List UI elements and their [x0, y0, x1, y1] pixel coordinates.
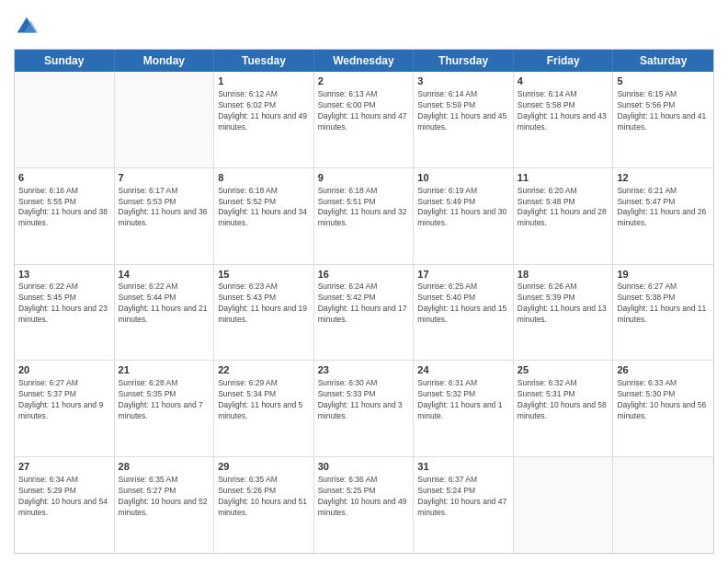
- day-number: 31: [417, 460, 509, 474]
- day-info: Sunrise: 6:27 AM Sunset: 5:37 PM Dayligh…: [18, 378, 110, 422]
- day-info: Sunrise: 6:16 AM Sunset: 5:55 PM Dayligh…: [18, 186, 110, 230]
- day-info: Sunrise: 6:31 AM Sunset: 5:32 PM Dayligh…: [417, 378, 509, 422]
- header-day-tuesday: Tuesday: [214, 50, 314, 72]
- day-number: 2: [318, 75, 410, 88]
- day-number: 3: [417, 75, 509, 88]
- calendar-cell: 7Sunrise: 6:17 AM Sunset: 5:53 PM Daylig…: [115, 168, 215, 264]
- day-number: 22: [218, 363, 310, 377]
- calendar-cell: 25Sunrise: 6:32 AM Sunset: 5:31 PM Dayli…: [514, 361, 614, 456]
- day-info: Sunrise: 6:32 AM Sunset: 5:31 PM Dayligh…: [518, 378, 609, 422]
- day-number: 20: [18, 363, 110, 377]
- day-info: Sunrise: 6:14 AM Sunset: 5:59 PM Dayligh…: [417, 89, 509, 133]
- header-day-sunday: Sunday: [15, 50, 115, 72]
- calendar-cell: 27Sunrise: 6:34 AM Sunset: 5:29 PM Dayli…: [15, 457, 115, 553]
- calendar-cell: 11Sunrise: 6:20 AM Sunset: 5:48 PM Dayli…: [514, 168, 614, 264]
- header-day-wednesday: Wednesday: [314, 50, 415, 72]
- day-info: Sunrise: 6:17 AM Sunset: 5:53 PM Dayligh…: [119, 186, 210, 230]
- day-info: Sunrise: 6:21 AM Sunset: 5:47 PM Dayligh…: [617, 186, 710, 230]
- day-info: Sunrise: 6:18 AM Sunset: 5:52 PM Dayligh…: [218, 186, 310, 230]
- calendar-cell: [115, 72, 215, 167]
- day-number: 14: [119, 268, 210, 282]
- day-info: Sunrise: 6:18 AM Sunset: 5:51 PM Dayligh…: [318, 186, 410, 230]
- day-info: Sunrise: 6:22 AM Sunset: 5:44 PM Dayligh…: [119, 282, 210, 326]
- calendar-cell: 5Sunrise: 6:15 AM Sunset: 5:56 PM Daylig…: [613, 72, 713, 167]
- day-info: Sunrise: 6:30 AM Sunset: 5:33 PM Dayligh…: [318, 378, 410, 422]
- day-number: 12: [617, 171, 710, 185]
- header: [14, 14, 714, 40]
- calendar-cell: 14Sunrise: 6:22 AM Sunset: 5:44 PM Dayli…: [115, 265, 215, 361]
- calendar-header: SundayMondayTuesdayWednesdayThursdayFrid…: [15, 50, 713, 72]
- day-info: Sunrise: 6:25 AM Sunset: 5:40 PM Dayligh…: [417, 282, 509, 326]
- day-info: Sunrise: 6:35 AM Sunset: 5:27 PM Dayligh…: [119, 475, 210, 519]
- calendar-cell: 8Sunrise: 6:18 AM Sunset: 5:52 PM Daylig…: [214, 168, 314, 264]
- day-info: Sunrise: 6:13 AM Sunset: 6:00 PM Dayligh…: [318, 89, 410, 133]
- calendar: SundayMondayTuesdayWednesdayThursdayFrid…: [14, 49, 714, 554]
- calendar-cell: 29Sunrise: 6:35 AM Sunset: 5:26 PM Dayli…: [214, 457, 314, 553]
- calendar-cell: [514, 457, 614, 553]
- day-info: Sunrise: 6:33 AM Sunset: 5:30 PM Dayligh…: [617, 378, 710, 422]
- calendar-cell: 23Sunrise: 6:30 AM Sunset: 5:33 PM Dayli…: [314, 361, 415, 456]
- day-info: Sunrise: 6:36 AM Sunset: 5:25 PM Dayligh…: [318, 475, 410, 519]
- day-number: 29: [218, 460, 310, 474]
- day-number: 19: [617, 268, 710, 282]
- calendar-cell: [15, 72, 115, 167]
- day-number: 9: [318, 171, 410, 185]
- day-number: 21: [119, 363, 210, 377]
- calendar-cell: 13Sunrise: 6:22 AM Sunset: 5:45 PM Dayli…: [15, 265, 115, 361]
- calendar-cell: 1Sunrise: 6:12 AM Sunset: 6:02 PM Daylig…: [214, 72, 314, 167]
- calendar-cell: 31Sunrise: 6:37 AM Sunset: 5:24 PM Dayli…: [414, 457, 514, 553]
- day-number: 4: [518, 75, 609, 88]
- calendar-cell: 17Sunrise: 6:25 AM Sunset: 5:40 PM Dayli…: [414, 265, 514, 361]
- calendar-cell: 15Sunrise: 6:23 AM Sunset: 5:43 PM Dayli…: [214, 265, 314, 361]
- calendar-cell: 26Sunrise: 6:33 AM Sunset: 5:30 PM Dayli…: [613, 361, 713, 456]
- day-number: 6: [18, 171, 110, 185]
- header-day-monday: Monday: [115, 50, 215, 72]
- calendar-cell: 16Sunrise: 6:24 AM Sunset: 5:42 PM Dayli…: [314, 265, 415, 361]
- calendar-cell: 24Sunrise: 6:31 AM Sunset: 5:32 PM Dayli…: [414, 361, 514, 456]
- day-number: 25: [518, 363, 609, 377]
- calendar-cell: 6Sunrise: 6:16 AM Sunset: 5:55 PM Daylig…: [15, 168, 115, 264]
- calendar-cell: 22Sunrise: 6:29 AM Sunset: 5:34 PM Dayli…: [214, 361, 314, 456]
- calendar-cell: 3Sunrise: 6:14 AM Sunset: 5:59 PM Daylig…: [414, 72, 514, 167]
- day-number: 18: [518, 268, 609, 282]
- header-day-friday: Friday: [514, 50, 614, 72]
- day-number: 17: [417, 268, 509, 282]
- day-number: 23: [318, 363, 410, 377]
- calendar-page: SundayMondayTuesdayWednesdayThursdayFrid…: [0, 0, 728, 563]
- day-number: 8: [218, 171, 310, 185]
- calendar-row-2: 6Sunrise: 6:16 AM Sunset: 5:55 PM Daylig…: [15, 168, 713, 265]
- header-day-thursday: Thursday: [414, 50, 514, 72]
- day-info: Sunrise: 6:22 AM Sunset: 5:45 PM Dayligh…: [18, 282, 110, 326]
- calendar-row-4: 20Sunrise: 6:27 AM Sunset: 5:37 PM Dayli…: [15, 361, 713, 457]
- day-number: 11: [518, 171, 609, 185]
- day-info: Sunrise: 6:26 AM Sunset: 5:39 PM Dayligh…: [518, 282, 609, 326]
- calendar-cell: 18Sunrise: 6:26 AM Sunset: 5:39 PM Dayli…: [514, 265, 614, 361]
- day-info: Sunrise: 6:27 AM Sunset: 5:38 PM Dayligh…: [617, 282, 710, 326]
- day-info: Sunrise: 6:35 AM Sunset: 5:26 PM Dayligh…: [218, 475, 310, 519]
- day-number: 28: [119, 460, 210, 474]
- calendar-cell: 10Sunrise: 6:19 AM Sunset: 5:49 PM Dayli…: [414, 168, 514, 264]
- day-info: Sunrise: 6:34 AM Sunset: 5:29 PM Dayligh…: [18, 475, 110, 519]
- header-day-saturday: Saturday: [613, 50, 713, 72]
- calendar-row-1: 1Sunrise: 6:12 AM Sunset: 6:02 PM Daylig…: [15, 72, 713, 168]
- day-number: 27: [18, 460, 110, 474]
- calendar-cell: 20Sunrise: 6:27 AM Sunset: 5:37 PM Dayli…: [15, 361, 115, 456]
- day-info: Sunrise: 6:37 AM Sunset: 5:24 PM Dayligh…: [417, 475, 509, 519]
- day-info: Sunrise: 6:23 AM Sunset: 5:43 PM Dayligh…: [218, 282, 310, 326]
- calendar-cell: 21Sunrise: 6:28 AM Sunset: 5:35 PM Dayli…: [115, 361, 215, 456]
- calendar-cell: 4Sunrise: 6:14 AM Sunset: 5:58 PM Daylig…: [514, 72, 614, 167]
- calendar-cell: 19Sunrise: 6:27 AM Sunset: 5:38 PM Dayli…: [613, 265, 713, 361]
- day-number: 10: [417, 171, 509, 185]
- day-info: Sunrise: 6:19 AM Sunset: 5:49 PM Dayligh…: [417, 186, 509, 230]
- day-number: 1: [218, 75, 310, 88]
- day-info: Sunrise: 6:28 AM Sunset: 5:35 PM Dayligh…: [119, 378, 210, 422]
- day-info: Sunrise: 6:14 AM Sunset: 5:58 PM Dayligh…: [518, 89, 609, 133]
- day-info: Sunrise: 6:20 AM Sunset: 5:48 PM Dayligh…: [518, 186, 609, 230]
- logo: [14, 14, 43, 40]
- day-info: Sunrise: 6:29 AM Sunset: 5:34 PM Dayligh…: [218, 378, 310, 422]
- calendar-cell: 12Sunrise: 6:21 AM Sunset: 5:47 PM Dayli…: [613, 168, 713, 264]
- day-info: Sunrise: 6:24 AM Sunset: 5:42 PM Dayligh…: [318, 282, 410, 326]
- day-number: 13: [18, 268, 110, 282]
- calendar-cell: 2Sunrise: 6:13 AM Sunset: 6:00 PM Daylig…: [314, 72, 415, 167]
- calendar-row-3: 13Sunrise: 6:22 AM Sunset: 5:45 PM Dayli…: [15, 265, 713, 362]
